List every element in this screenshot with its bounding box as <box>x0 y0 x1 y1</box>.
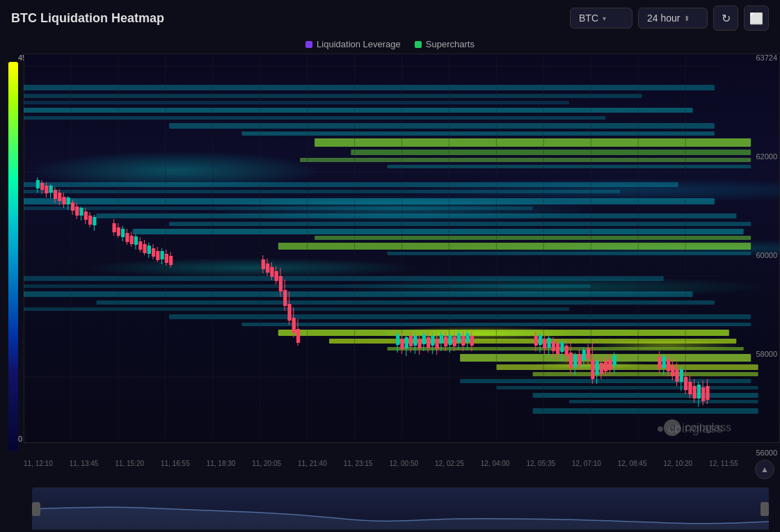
heatmap-background <box>24 54 780 443</box>
chart-canvas: ● coinglass 63724 62000 60000 58000 5600… <box>24 54 780 457</box>
minimap-handle-left[interactable] <box>32 502 40 516</box>
camera-icon: ⬜ <box>749 12 763 25</box>
color-scale-bar <box>8 62 18 451</box>
legend-supercharts-label: Supercharts <box>426 39 475 49</box>
time-label-9: 12, 02:25 <box>435 460 464 474</box>
coinglass-logo-icon: ⬡ <box>664 419 680 436</box>
time-label-1: 11, 13:45 <box>70 460 99 474</box>
legend-liquidation-label: Liquidation Leverage <box>317 39 401 49</box>
scroll-up-button[interactable]: ▲ <box>755 460 774 479</box>
time-label-14: 12, 10:20 <box>663 460 692 474</box>
header: BTC Liquidation Heatmap BTC ▾ 24 hour ⬍ … <box>0 0 780 36</box>
price-axis: 63724 62000 60000 58000 56000 <box>738 54 780 457</box>
legend: Liquidation Leverage Supercharts <box>0 36 780 54</box>
refresh-icon: ↻ <box>722 12 731 25</box>
time-label-2: 11, 15:20 <box>115 460 144 474</box>
time-label-12: 12, 07:10 <box>572 460 601 474</box>
timeframe-selector[interactable]: 24 hour ⬍ <box>638 8 708 29</box>
color-scale: 45.57M 0 <box>6 54 21 485</box>
btc-value: BTC <box>579 13 598 24</box>
price-label-63724: 63724 <box>741 54 777 62</box>
btc-dropdown-arrow: ▾ <box>603 15 606 22</box>
timeframe-value: 24 hour <box>647 13 680 24</box>
page-title: BTC Liquidation Heatmap <box>11 11 570 26</box>
minimap-fill <box>32 488 769 529</box>
scale-bottom-label: 0 <box>18 435 22 443</box>
time-label-5: 11, 20:05 <box>252 460 281 474</box>
price-label-58000: 58000 <box>741 350 777 358</box>
refresh-button[interactable]: ↻ <box>713 6 738 31</box>
minimap-handle-right[interactable] <box>761 502 769 516</box>
price-label-60000: 60000 <box>741 251 777 259</box>
legend-supercharts-dot <box>415 41 422 48</box>
time-label-8: 12, 00:50 <box>389 460 418 474</box>
legend-supercharts: Supercharts <box>415 39 475 49</box>
time-label-0: 11, 12:10 <box>24 460 53 474</box>
legend-liquidation-dot <box>305 41 312 48</box>
chart-area[interactable]: ● coinglass 63724 62000 60000 58000 5600… <box>24 54 780 485</box>
time-label-3: 11, 16:55 <box>161 460 190 474</box>
time-label-6: 11, 21:40 <box>298 460 327 474</box>
coinglass-watermark: ⬡ coinglass <box>664 419 731 436</box>
timeframe-dropdown-arrow: ⬍ <box>684 15 690 22</box>
time-label-15: 12, 11:55 <box>709 460 738 474</box>
legend-liquidation: Liquidation Leverage <box>305 39 401 49</box>
btc-selector[interactable]: BTC ▾ <box>570 8 632 29</box>
price-label-56000: 56000 <box>741 449 777 457</box>
price-label-62000: 62000 <box>741 152 777 161</box>
time-label-11: 12, 05:35 <box>526 460 555 474</box>
coinglass-brand-text: coinglass <box>685 421 731 434</box>
time-label-4: 11, 18:30 <box>207 460 236 474</box>
controls: BTC ▾ 24 hour ⬍ ↻ ⬜ <box>570 6 769 31</box>
time-label-10: 12, 04:00 <box>481 460 510 474</box>
minimap[interactable] <box>32 487 769 529</box>
camera-button[interactable]: ⬜ <box>744 6 769 31</box>
chart-container: 45.57M 0 <box>0 54 780 485</box>
time-label-7: 11, 23:15 <box>344 460 373 474</box>
time-axis: 11, 12:10 11, 13:45 11, 15:20 11, 16:55 … <box>24 457 780 474</box>
time-label-13: 12, 08:45 <box>618 460 647 474</box>
